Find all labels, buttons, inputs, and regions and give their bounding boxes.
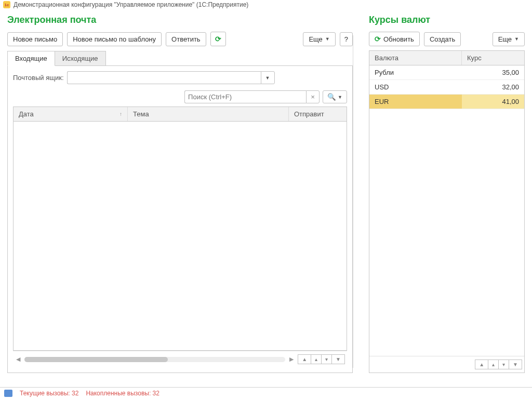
new-mail-template-button[interactable]: Новое письмо по шаблону: [67, 32, 162, 46]
refresh-button[interactable]: ⟳: [210, 32, 226, 46]
rate-cell: 41,00: [462, 95, 524, 109]
rate-cell: 35,00: [462, 65, 524, 79]
status-accum: Накопленные вызовы: 32: [86, 390, 159, 397]
row-nav-buttons: ▲ ▴ ▾ ▼: [298, 354, 345, 364]
col-subject[interactable]: Тема: [128, 107, 289, 121]
rates-refresh-button[interactable]: ⟳Обновить: [369, 32, 420, 46]
app-logo-icon: 1c: [3, 1, 10, 8]
status-bar: Текущие вызовы: 32 Накопленные вызовы: 3…: [0, 387, 532, 399]
window-titlebar: 1c Демонстрационная конфигурация "Управл…: [0, 0, 532, 9]
grid-footer: ◀ ▶ ▲ ▴ ▾ ▼: [13, 351, 347, 367]
help-button[interactable]: ?: [340, 32, 353, 46]
nav-down-button[interactable]: ▾: [499, 360, 509, 369]
tab-inbox[interactable]: Входящие: [7, 51, 55, 66]
status-current: Текущие вызовы: 32: [20, 390, 78, 397]
mailbox-combo[interactable]: ▼: [67, 71, 275, 84]
search-input[interactable]: [184, 90, 306, 103]
col-date[interactable]: Дата↑: [14, 107, 128, 121]
col-rate[interactable]: Курс: [462, 51, 524, 65]
search-button[interactable]: 🔍▼: [323, 90, 347, 103]
search-icon: 🔍: [327, 93, 336, 101]
window-title: Демонстрационная конфигурация "Управляем…: [14, 1, 248, 8]
refresh-icon: ⟳: [375, 35, 381, 43]
currency-cell: USD: [369, 80, 462, 94]
mailbox-dropdown-button[interactable]: ▼: [261, 71, 275, 84]
grid-body[interactable]: [14, 122, 347, 350]
row-nav-buttons: ▲ ▴ ▾ ▼: [475, 360, 522, 369]
nav-first-button[interactable]: ▲: [298, 354, 311, 364]
horizontal-scrollbar[interactable]: [24, 357, 285, 362]
more-button[interactable]: Еще ▼: [303, 32, 335, 46]
chevron-down-icon: ▼: [338, 95, 342, 100]
rates-more-button[interactable]: Еще ▼: [493, 32, 525, 46]
nav-last-button[interactable]: ▼: [332, 354, 345, 364]
scrollbar-thumb[interactable]: [24, 357, 168, 362]
rates-body[interactable]: Рубли 35,00 USD 32,00 EUR 41,00: [369, 65, 524, 356]
scroll-left-icon[interactable]: ◀: [15, 356, 21, 363]
rates-footer: ▲ ▴ ▾ ▼: [369, 356, 524, 373]
new-mail-button[interactable]: Новое письмо: [7, 32, 63, 46]
email-panel: Электронная почта Новое письмо Новое пис…: [7, 15, 353, 373]
rates-create-button[interactable]: Создать: [424, 32, 461, 46]
nav-last-button[interactable]: ▼: [509, 360, 522, 369]
reply-button[interactable]: Ответить: [166, 32, 206, 46]
chevron-down-icon: ▼: [265, 75, 270, 81]
nav-first-button[interactable]: ▲: [475, 360, 488, 369]
table-row[interactable]: USD 32,00: [369, 80, 524, 95]
chevron-down-icon: ▼: [325, 36, 330, 42]
scroll-right-icon[interactable]: ▶: [288, 356, 295, 363]
mailbox-input[interactable]: [67, 71, 261, 84]
tab-outbox[interactable]: Исходящие: [55, 51, 106, 66]
clear-search-button[interactable]: ×: [306, 90, 320, 103]
col-currency[interactable]: Валюта: [369, 51, 462, 65]
rates-title: Курсы валют: [369, 15, 525, 25]
email-title: Электронная почта: [7, 15, 353, 25]
inbox-body: Почтовый ящик: ▼ × 🔍▼ Дата↑ Тема Отправи…: [7, 65, 353, 373]
col-sender[interactable]: Отправит: [289, 107, 347, 121]
panel-divider: [353, 35, 353, 368]
refresh-icon: ⟳: [215, 35, 221, 43]
currency-cell: Рубли: [369, 65, 462, 79]
grid-header: Дата↑ Тема Отправит: [14, 107, 347, 122]
rates-grid: Валюта Курс Рубли 35,00 USD 32,00 EUR 41…: [369, 50, 525, 373]
email-grid: Дата↑ Тема Отправит: [13, 107, 347, 351]
rates-toolbar: ⟳Обновить Создать Еще ▼: [369, 32, 525, 46]
nav-up-button[interactable]: ▴: [488, 360, 499, 369]
nav-up-button[interactable]: ▴: [311, 354, 322, 364]
currency-cell: EUR: [369, 95, 462, 109]
email-tabs: Входящие Исходящие: [7, 50, 353, 65]
mailbox-label: Почтовый ящик:: [13, 74, 64, 82]
chevron-down-icon: ▼: [514, 36, 519, 42]
nav-down-button[interactable]: ▾: [322, 354, 332, 364]
rates-panel: Курсы валют ⟳Обновить Создать Еще ▼ Валю…: [369, 15, 525, 373]
close-icon: ×: [311, 93, 315, 101]
sort-ascending-icon: ↑: [119, 111, 122, 117]
email-toolbar: Новое письмо Новое письмо по шаблону Отв…: [7, 32, 353, 46]
table-row-selected[interactable]: EUR 41,00: [369, 95, 524, 109]
status-icon: [4, 390, 12, 397]
rate-cell: 32,00: [462, 80, 524, 94]
table-row[interactable]: Рубли 35,00: [369, 65, 524, 80]
